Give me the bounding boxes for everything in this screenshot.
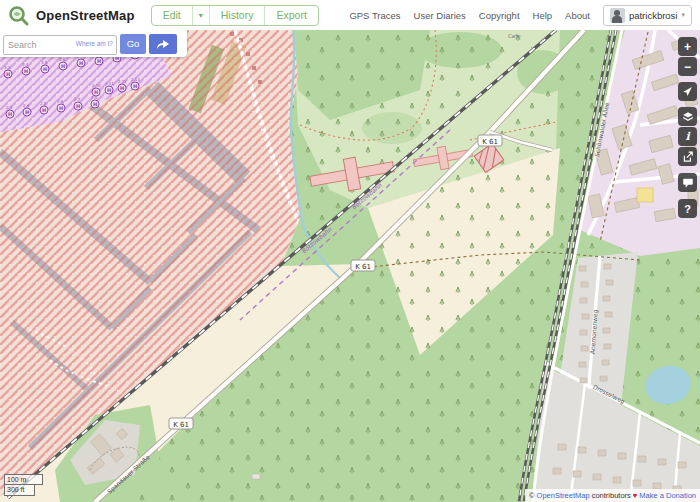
svg-text:2.12: 2.12 bbox=[118, 79, 127, 84]
svg-text:H: H bbox=[25, 109, 29, 115]
heart-icon: ♥ bbox=[631, 491, 639, 500]
copyright-symbol: © bbox=[529, 491, 535, 500]
svg-text:H: H bbox=[97, 58, 101, 64]
go-button[interactable]: Go bbox=[120, 34, 146, 54]
farm-building bbox=[252, 474, 260, 479]
help-button[interactable]: ? bbox=[678, 199, 697, 218]
locate-control bbox=[678, 82, 697, 101]
search-panel: Where am I? Go bbox=[0, 30, 187, 57]
svg-text:H: H bbox=[76, 103, 80, 109]
directions-button[interactable] bbox=[149, 34, 177, 54]
export-button[interactable]: Export bbox=[264, 6, 317, 25]
svg-text:H: H bbox=[8, 111, 12, 117]
user-menu-caret: ▾ bbox=[681, 11, 685, 19]
zoom-out-button[interactable]: − bbox=[678, 57, 697, 76]
brand-title[interactable]: OpenStreetMap bbox=[36, 8, 135, 23]
svg-text:H: H bbox=[107, 87, 111, 93]
svg-text:H: H bbox=[43, 66, 47, 72]
svg-text:H: H bbox=[133, 83, 137, 89]
header-links: GPS Traces User Diaries Copyright Help A… bbox=[349, 5, 700, 26]
svg-text:3.3: 3.3 bbox=[4, 65, 11, 70]
directions-arrow-icon bbox=[156, 38, 170, 50]
svg-text:2.8: 2.8 bbox=[91, 95, 98, 100]
map-key-button[interactable]: i bbox=[678, 127, 697, 146]
svg-text:3.5: 3.5 bbox=[41, 60, 48, 65]
svg-text:H: H bbox=[61, 63, 65, 69]
layers-icon bbox=[682, 111, 694, 123]
svg-text:2.3: 2.3 bbox=[6, 105, 13, 110]
header: OpenStreetMap Edit ▾ History Export GPS … bbox=[0, 0, 700, 30]
svg-text:H: H bbox=[42, 107, 46, 113]
header-nav: Edit ▾ History Export bbox=[151, 5, 319, 26]
gps-traces-link[interactable]: GPS Traces bbox=[349, 10, 400, 21]
map-canvas[interactable]: H3.3H3.4H3.5H3.6H3.7H3.8H3.9H3.10H2.10H2… bbox=[0, 30, 700, 502]
svg-text:3.6: 3.6 bbox=[59, 57, 66, 62]
donation-link[interactable]: Make a Donation bbox=[639, 491, 696, 500]
svg-text:3.4: 3.4 bbox=[22, 62, 29, 67]
note-control bbox=[678, 173, 697, 192]
copyright-link[interactable]: Copyright bbox=[479, 10, 520, 21]
osm-app: OpenStreetMap Edit ▾ History Export GPS … bbox=[0, 0, 700, 502]
road-ref-badge: K 61 bbox=[482, 138, 498, 146]
osm-logo-icon[interactable] bbox=[8, 5, 29, 26]
svg-text:H: H bbox=[6, 71, 10, 77]
add-note-button[interactable] bbox=[678, 173, 697, 192]
zoom-controls: + − bbox=[678, 37, 697, 76]
where-am-i-link[interactable]: Where am I? bbox=[74, 40, 113, 47]
svg-text:H: H bbox=[24, 68, 28, 74]
svg-text:H: H bbox=[93, 101, 97, 107]
help-control: ? bbox=[678, 199, 697, 218]
user-diaries-link[interactable]: User Diaries bbox=[414, 10, 466, 21]
svg-text:2.5: 2.5 bbox=[40, 101, 47, 106]
edit-dropdown-caret[interactable]: ▾ bbox=[192, 6, 209, 25]
svg-text:2.4: 2.4 bbox=[23, 103, 30, 108]
road-ref-badge: K 61 bbox=[355, 263, 371, 271]
history-button[interactable]: History bbox=[209, 6, 265, 25]
edit-button[interactable]: Edit bbox=[152, 6, 192, 25]
help-link[interactable]: Help bbox=[533, 10, 553, 21]
note-bubble-icon bbox=[682, 177, 694, 189]
user-avatar bbox=[610, 8, 625, 23]
svg-text:2.10: 2.10 bbox=[92, 83, 101, 88]
map-container: H3.3H3.4H3.5H3.6H3.7H3.8H3.9H3.10H2.10H2… bbox=[0, 30, 700, 502]
locate-button[interactable] bbox=[678, 82, 697, 101]
svg-text:H: H bbox=[120, 85, 124, 91]
svg-text:2.13: 2.13 bbox=[131, 77, 140, 82]
svg-text:H: H bbox=[79, 60, 83, 66]
scale-imperial: 300 ft bbox=[4, 485, 35, 496]
svg-text:2.7: 2.7 bbox=[74, 97, 81, 102]
share-icon bbox=[682, 151, 694, 163]
road-ref-badge: K 61 bbox=[173, 421, 189, 429]
contributors-text: contributors bbox=[592, 491, 631, 500]
user-menu[interactable]: patrickbrosi ▾ bbox=[603, 5, 692, 26]
attribution-bar: © OpenStreetMap contributors♥Make a Dona… bbox=[525, 489, 700, 502]
layers-controls: i bbox=[678, 107, 697, 166]
zoom-in-button[interactable]: + bbox=[678, 37, 697, 56]
poi-cafe-label: Cafe bbox=[508, 33, 521, 39]
scale-metric: 100 m bbox=[4, 474, 43, 485]
svg-text:2.11: 2.11 bbox=[105, 81, 114, 86]
layers-button[interactable] bbox=[678, 107, 697, 126]
about-link[interactable]: About bbox=[565, 10, 590, 21]
user-name: patrickbrosi bbox=[629, 10, 678, 21]
svg-text:2.6: 2.6 bbox=[57, 99, 64, 104]
scale-control: 100 m 300 ft bbox=[4, 474, 43, 496]
svg-text:H: H bbox=[59, 105, 63, 111]
yellow-building bbox=[637, 188, 653, 202]
osm-attribution-link[interactable]: OpenStreetMap bbox=[537, 491, 590, 500]
share-button[interactable] bbox=[678, 147, 697, 166]
locate-arrow-icon bbox=[682, 86, 693, 97]
